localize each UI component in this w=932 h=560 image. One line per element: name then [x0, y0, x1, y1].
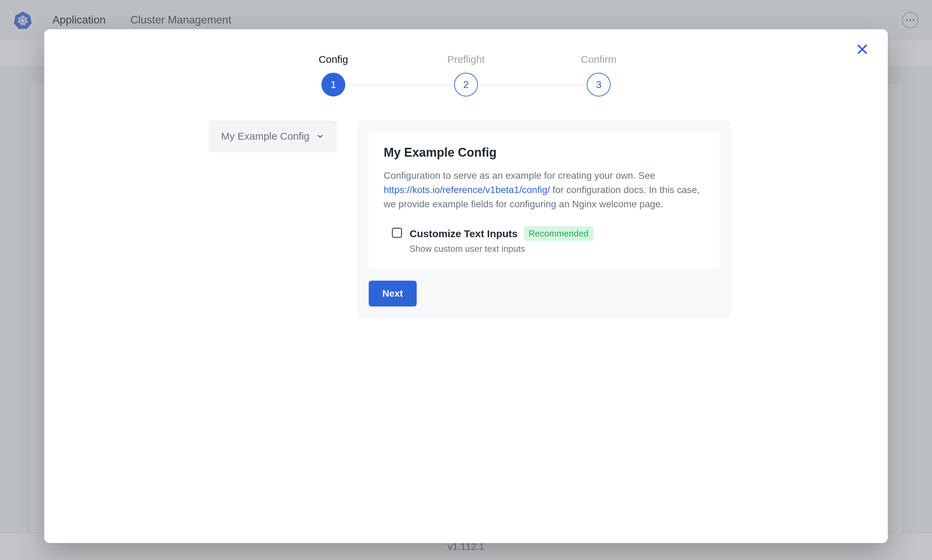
config-description: Configuration to serve as an example for…: [384, 169, 705, 211]
stepper-line: [347, 85, 459, 86]
config-sidebar: My Example Config: [201, 120, 337, 152]
config-option-row: Customize Text Inputs Recommended Show c…: [384, 226, 705, 254]
step-confirm[interactable]: Confirm 3: [578, 54, 619, 97]
config-docs-link[interactable]: https://kots.io/reference/v1beta1/config…: [384, 185, 550, 195]
step-preflight[interactable]: Preflight 2: [446, 54, 486, 97]
config-modal: Config 1 Preflight 2 Confirm 3 My Exampl…: [44, 29, 888, 543]
config-option-text: Customize Text Inputs Recommended Show c…: [409, 226, 593, 254]
config-main: My Example Config Configuration to serve…: [357, 120, 731, 318]
step-number: 2: [454, 73, 478, 97]
next-button[interactable]: Next: [369, 281, 417, 306]
config-option-label: Customize Text Inputs: [409, 228, 518, 240]
step-label: Preflight: [447, 54, 485, 65]
step-number: 1: [321, 73, 345, 97]
wizard-stepper: Config 1 Preflight 2 Confirm 3: [313, 54, 619, 97]
close-icon: [856, 43, 869, 56]
recommended-badge: Recommended: [524, 226, 593, 241]
config-desc-pre: Configuration to serve as an example for…: [384, 170, 655, 181]
config-option-subtext: Show custom user text inputs: [409, 244, 593, 254]
config-panel: My Example Config Configuration to serve…: [357, 120, 731, 318]
step-label: Confirm: [581, 54, 616, 65]
chevron-down-icon: [316, 132, 324, 141]
config-group-label: My Example Config: [221, 131, 310, 142]
config-card: My Example Config Configuration to serve…: [369, 132, 720, 269]
stepper-line: [473, 85, 585, 86]
modal-body: My Example Config My Example Config Conf…: [65, 120, 867, 318]
config-group-selector[interactable]: My Example Config: [209, 120, 337, 152]
step-config[interactable]: Config 1: [313, 54, 354, 97]
step-number: 3: [587, 73, 611, 97]
config-title: My Example Config: [384, 145, 705, 160]
customize-text-inputs-checkbox[interactable]: [392, 228, 402, 238]
step-label: Config: [319, 54, 348, 65]
close-button[interactable]: [854, 41, 871, 58]
